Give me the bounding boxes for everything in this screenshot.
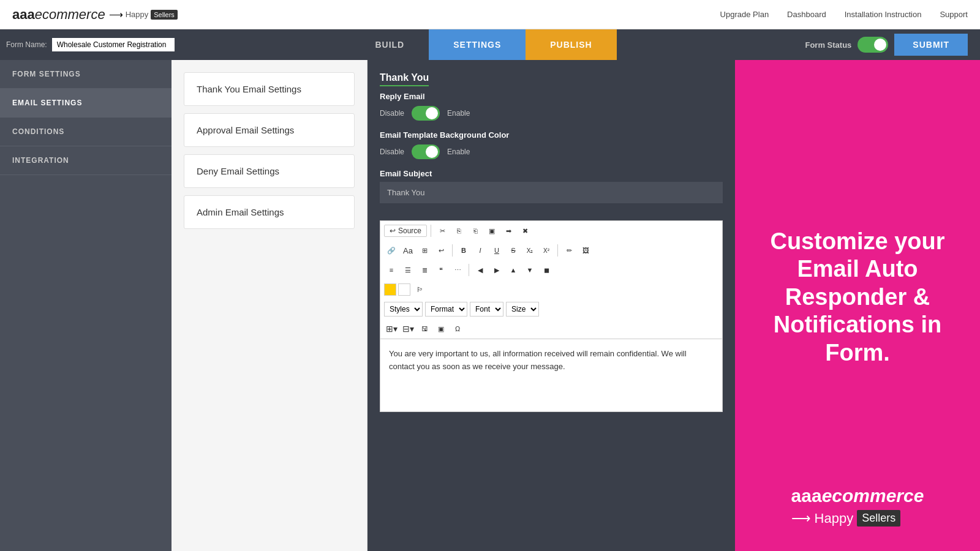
toolbar-ul[interactable]: ☰ [401,263,415,277]
tab-publish[interactable]: PUBLISH [526,29,616,60]
promo-logo-arrow: ⟶ [791,511,811,527]
tab-build[interactable]: BUILD [350,29,429,60]
toolbar-link[interactable]: 🔗 [384,243,399,258]
submit-button[interactable]: SUBMIT [894,34,968,56]
toolbar-strike[interactable]: S [506,243,521,258]
toolbar-underline[interactable]: U [489,243,504,258]
toolbar-align-down[interactable]: ▼ [522,263,537,277]
size-select[interactable]: Size [506,302,539,317]
toolbar-paste-text[interactable]: ▣ [484,223,499,238]
toolbar-bold[interactable]: B [456,243,471,258]
toolbar-table-grid[interactable]: ⊟▾ [401,321,415,336]
nav-upgrade[interactable]: Upgrade Plan [720,10,769,19]
source-button[interactable]: ↩ Source [384,225,427,237]
toolbar-image[interactable]: 🖼 [578,243,593,258]
toolbar-row-5: Styles Format Font Size [380,299,723,319]
toolbar-close[interactable]: ✖ [518,223,532,238]
logo: aaaecommerce ⟶ Happy Sellers [12,7,178,23]
toolbar-arrow[interactable]: ➡ [501,223,516,238]
sidebar-item-form-settings[interactable]: FORM SETTINGS [0,60,172,89]
email-item-deny[interactable]: Deny Email Settings [184,154,355,188]
reply-disable-label: Disable [380,109,404,118]
email-item-thank-you[interactable]: Thank You Email Settings [184,72,355,106]
toolbar-row-1: ↩ Source ✂ ⎘ ⎗ ▣ ➡ ✖ [380,220,723,241]
reply-email-toggle-row: Disable Enable [380,106,723,121]
toolbar-align-up[interactable]: ▲ [506,263,521,277]
toolbar-table-insert[interactable]: ⊞▾ [384,321,399,336]
toolbar-color1[interactable] [384,283,396,296]
toolbar-paste[interactable]: ⎗ [468,223,483,238]
nav-support[interactable]: Support [940,10,968,19]
promo-panel: Customize your Email Auto Responder & No… [735,60,980,551]
bg-color-section: Email Template Background Color Disable … [380,130,723,159]
email-subject-section: Email Subject [380,169,723,211]
toolbar-edit[interactable]: ✏ [562,243,576,258]
toolbar-block[interactable]: ◼ [539,263,554,277]
nav-installation[interactable]: Installation Instruction [845,10,922,19]
toolbar-align-left[interactable]: ◀ [473,263,488,277]
toolbar-more[interactable]: ⋯ [450,263,465,277]
reply-enable-label: Enable [447,109,470,118]
toolbar-table[interactable]: ⊞ [417,243,432,258]
sidebar-item-conditions[interactable]: CONDITIONS [0,118,172,146]
toolbar-table-cell[interactable]: ▣ [434,321,448,336]
sidebar-item-integration[interactable]: INTEGRATION [0,146,172,175]
reply-email-toggle[interactable] [412,106,440,121]
logo-bold: aaa [12,7,35,22]
toolbar-align-right[interactable]: ▶ [489,263,504,277]
editor-tab-label: Thank You [380,72,429,86]
toolbar-row-4: 🏳 [380,280,723,299]
toolbar-divider-3 [557,244,558,257]
editor-body[interactable]: You are very important to us, all inform… [380,339,723,412]
toolbar-italic[interactable]: I [473,243,488,258]
toolbar-blockquote[interactable]: ❝ [434,263,448,277]
form-status-toggle[interactable] [858,37,888,53]
email-editor-panel: Thank You Reply Email Disable Enable Ema… [368,60,735,551]
email-list-panel: Thank You Email Settings Approval Email … [172,60,368,551]
tab-settings[interactable]: SETTINGS [429,29,526,60]
toolbar-subscript[interactable]: X₂ [522,243,537,258]
toolbar-copy[interactable]: ⎘ [451,223,466,238]
form-name-input[interactable] [52,38,175,51]
logo-badge: Sellers [151,10,178,20]
toolbar-color3[interactable]: 🏳 [412,282,427,297]
toolbar-omega[interactable]: Ω [450,321,465,336]
promo-logo-badge: Sellers [857,510,900,527]
styles-select[interactable]: Styles [384,302,423,317]
email-item-admin[interactable]: Admin Email Settings [184,195,355,229]
main-layout: FORM SETTINGS EMAIL SETTINGS CONDITIONS … [0,60,980,551]
reply-email-section: Reply Email Disable Enable [380,92,723,121]
form-bar: Form Name: BUILD SETTINGS PUBLISH Form S… [0,29,980,60]
reply-email-label: Reply Email [380,92,723,101]
promo-logo-bold: aaaecommerce [791,485,924,506]
toolbar-cut[interactable]: ✂ [435,223,450,238]
logo-text: aaaecommerce [12,7,105,23]
toolbar-color2[interactable] [398,283,410,296]
toolbar-divider-4 [469,264,469,276]
bg-color-toggle-row: Disable Enable [380,144,723,159]
toolbar-row-3: ≡ ☰ ≣ ❝ ⋯ ◀ ▶ ▲ ▼ ◼ [380,260,723,280]
toolbar-row-6: ⊞▾ ⊟▾ 🖫 ▣ Ω [380,319,723,339]
bg-color-label: Email Template Background Color [380,130,723,140]
top-navigation: aaaecommerce ⟶ Happy Sellers Upgrade Pla… [0,0,980,29]
toolbar-ol[interactable]: ≡ [384,263,399,277]
format-select[interactable]: Format [425,302,467,317]
logo-sub: ⟶ Happy Sellers [109,9,178,20]
toolbar-superscript[interactable]: X² [539,243,554,258]
promo-logo: aaaecommerce ⟶ Happy Sellers [791,485,924,527]
toolbar-font-color[interactable]: Aa [401,243,415,258]
sidebar-item-email-settings[interactable]: EMAIL SETTINGS [0,89,172,118]
toolbar-indent[interactable]: ≣ [417,263,432,277]
nav-dashboard[interactable]: Dashboard [787,10,826,19]
nav-links: Upgrade Plan Dashboard Installation Inst… [720,10,968,19]
bg-color-toggle[interactable] [412,144,440,159]
toolbar-divider-2 [452,244,453,257]
email-subject-input[interactable] [380,182,723,203]
toolbar-db[interactable]: 🖫 [417,321,432,336]
toolbar-undo[interactable]: ↩ [434,243,448,258]
source-label: Source [398,227,421,235]
font-select[interactable]: Font [470,302,503,317]
form-status-area: Form Status SUBMIT [793,34,980,56]
email-item-approval[interactable]: Approval Email Settings [184,113,355,147]
toolbar-row-2: 🔗 Aa ⊞ ↩ B I U S X₂ X² ✏ 🖼 [380,241,723,260]
